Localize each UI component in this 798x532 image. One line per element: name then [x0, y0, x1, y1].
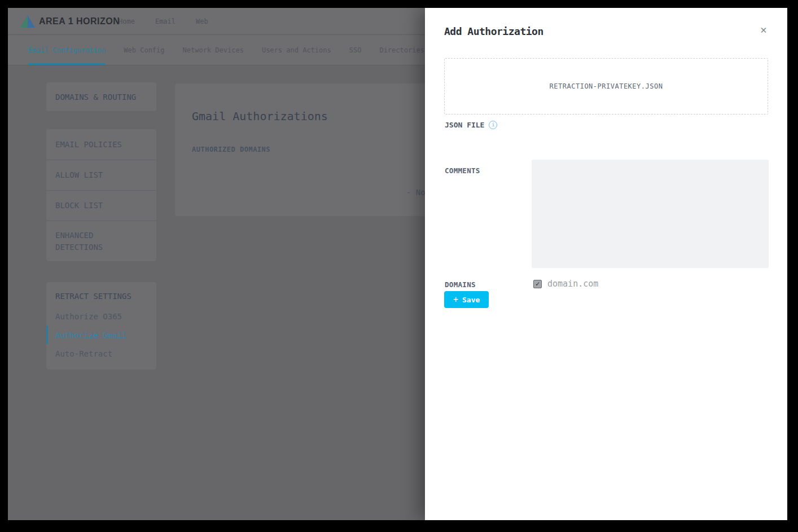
domain-checkbox[interactable]: ✓ [533, 280, 542, 288]
close-icon[interactable]: ✕ [756, 21, 771, 37]
add-authorization-panel: Add Authorization ✕ RETRACTION-PRIVATEKE… [425, 8, 787, 520]
modal-overlay[interactable] [8, 8, 425, 520]
domain-option-row: ✓ domain.com [533, 279, 598, 289]
save-button-label: Save [462, 296, 480, 304]
json-file-label-row: JSON FILE i [445, 121, 497, 129]
comments-label: COMMENTS [445, 166, 480, 175]
plus-icon: + [453, 296, 458, 304]
uploaded-filename: RETRACTION-PRIVATEKEY.JSON [550, 82, 663, 90]
comments-input[interactable] [532, 160, 769, 268]
info-icon[interactable]: i [489, 121, 497, 129]
save-button[interactable]: + Save [444, 291, 489, 308]
screenshot-frame: AREA 1 HORIZON Home Email Web Email Conf… [0, 0, 798, 532]
app-window: AREA 1 HORIZON Home Email Web Email Conf… [8, 8, 787, 520]
panel-title: Add Authorization [444, 25, 543, 37]
domains-label: DOMAINS [445, 280, 476, 289]
domain-option-label: domain.com [547, 279, 598, 289]
json-file-dropzone[interactable]: RETRACTION-PRIVATEKEY.JSON [444, 58, 768, 115]
json-file-label: JSON FILE [445, 121, 484, 129]
